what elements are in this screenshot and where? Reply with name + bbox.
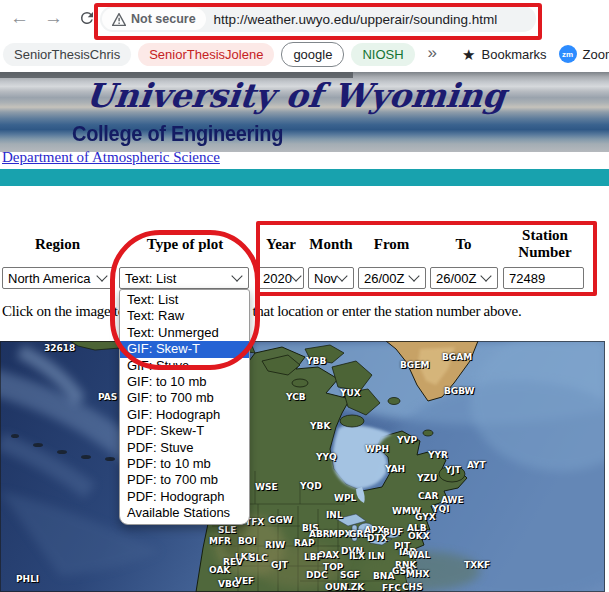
station-label[interactable]: GGW bbox=[268, 516, 293, 525]
station-label[interactable]: PHLI bbox=[16, 575, 39, 584]
bookmark-pill[interactable]: SeniorThesisJolene bbox=[138, 43, 274, 66]
station-label[interactable]: BOI bbox=[238, 537, 256, 546]
station-label[interactable]: PAS bbox=[98, 393, 117, 402]
plot-type-option[interactable]: GIF: Stuve bbox=[120, 358, 249, 374]
plot-type-option[interactable]: Available Stations bbox=[120, 505, 249, 521]
plot-type-listbox: Text: ListText: RawText: UnmergedGIF: Sk… bbox=[119, 289, 250, 525]
station-label[interactable]: DTX bbox=[367, 534, 388, 543]
overflow-chevron-icon[interactable]: » bbox=[428, 43, 437, 63]
bookmark-pills: SeniorThesisChrisSeniorThesisJolenegoogl… bbox=[3, 42, 422, 67]
station-label[interactable]: YYQ bbox=[316, 453, 337, 462]
plot-type-option[interactable]: GIF: to 700 mb bbox=[120, 390, 249, 406]
station-label[interactable]: WAL bbox=[408, 551, 430, 560]
station-label[interactable]: CAR bbox=[418, 492, 439, 501]
station-label[interactable]: BGBW bbox=[444, 387, 475, 396]
plot-type-option[interactable]: PDF: Stuve bbox=[120, 440, 249, 456]
plot-type-option[interactable]: PDF: Hodograph bbox=[120, 489, 249, 505]
station-label[interactable]: YCB bbox=[286, 393, 306, 402]
station-label[interactable]: YBB bbox=[306, 357, 326, 366]
region-header: Region bbox=[15, 236, 100, 253]
reload-icon[interactable] bbox=[78, 9, 96, 27]
station-label[interactable]: GJT bbox=[271, 561, 288, 570]
from-header: From bbox=[358, 236, 425, 253]
station-label[interactable]: YJT bbox=[445, 466, 461, 475]
station-label[interactable]: FFC bbox=[382, 584, 401, 592]
zoom-badge-icon: zm bbox=[559, 45, 577, 63]
bookmarks-manager-button[interactable]: ★ Bookmarks bbox=[462, 47, 546, 62]
security-label: Not secure bbox=[131, 12, 196, 26]
station-label[interactable]: BGEM bbox=[400, 361, 429, 370]
station-label[interactable]: SLC bbox=[249, 554, 268, 563]
station-label[interactable]: WPL bbox=[334, 494, 356, 503]
station-label[interactable]: TXKF bbox=[464, 561, 490, 570]
station-label[interactable]: YBK bbox=[310, 422, 330, 431]
year-header: Year bbox=[258, 236, 304, 253]
forward-icon[interactable]: → bbox=[44, 7, 63, 29]
station-label[interactable]: CHS bbox=[402, 583, 423, 592]
browser-window: ← → Not secure http://weather.uwyo.edu/u… bbox=[0, 0, 609, 592]
plot-type-option[interactable]: Text: Raw bbox=[120, 308, 249, 324]
station-label[interactable]: YVP bbox=[397, 436, 417, 445]
teal-divider-bar bbox=[0, 169, 609, 186]
star-icon: ★ bbox=[462, 47, 475, 62]
station-label[interactable]: LBF bbox=[304, 553, 323, 562]
plot-type-option[interactable]: GIF: to 10 mb bbox=[120, 374, 249, 390]
bookmark-pill[interactable]: SeniorThesisChris bbox=[3, 43, 131, 66]
chevron-down-icon bbox=[408, 270, 419, 281]
station-label[interactable]: YQD bbox=[300, 482, 322, 491]
station-label[interactable]: GYX bbox=[415, 513, 436, 522]
station-label[interactable]: 32618 bbox=[44, 344, 75, 353]
university-title: University of Wyoming bbox=[84, 76, 508, 115]
plot-type-header: Type of plot bbox=[125, 236, 245, 253]
station-label[interactable]: YZU bbox=[417, 474, 437, 483]
station-label[interactable]: OUN bbox=[325, 583, 348, 592]
warning-icon bbox=[112, 13, 126, 26]
plot-type-option[interactable]: PDF: Skew-T bbox=[120, 423, 249, 439]
station-label[interactable]: SLE bbox=[218, 526, 236, 535]
station-label[interactable]: DDC bbox=[306, 571, 328, 580]
address-bar[interactable]: Not secure http://weather.uwyo.edu/upper… bbox=[100, 6, 536, 32]
year-select[interactable]: 2020 bbox=[257, 267, 304, 289]
bookmarks-bar: SeniorThesisChrisSeniorThesisJolenegoogl… bbox=[0, 38, 609, 70]
station-map[interactable]: 32618PASPHLIYBBBGEMBGAMBGBWYCBYUXYBKYVPW… bbox=[0, 341, 605, 592]
station-label[interactable]: YYR bbox=[428, 451, 448, 460]
station-label[interactable]: OKX bbox=[408, 532, 430, 541]
department-link[interactable]: Department of Atmospheric Science bbox=[2, 149, 220, 166]
chevron-down-icon bbox=[96, 270, 107, 281]
station-label[interactable]: YUX bbox=[340, 389, 361, 398]
bookmark-zoom[interactable]: zm Zoom bbox=[547, 45, 609, 63]
station-label[interactable]: INL bbox=[326, 511, 343, 520]
station-label[interactable]: AYT bbox=[467, 461, 486, 470]
url-text[interactable]: http://weather.uwyo.edu/upperair/soundin… bbox=[214, 12, 498, 27]
to-select[interactable]: 26/00Z bbox=[430, 267, 498, 289]
region-select[interactable]: North America bbox=[2, 267, 114, 289]
back-icon[interactable]: ← bbox=[10, 7, 29, 29]
plot-type-option[interactable]: PDF: to 700 mb bbox=[120, 472, 249, 488]
station-number-input[interactable] bbox=[503, 267, 584, 289]
bookmark-pill[interactable]: google bbox=[281, 42, 344, 67]
plot-type-option[interactable]: PDF: to 10 mb bbox=[120, 456, 249, 472]
station-label[interactable]: ILN bbox=[368, 552, 385, 561]
plot-type-option[interactable]: GIF: Skew-T bbox=[120, 341, 249, 357]
bookmark-pill[interactable]: NIOSH bbox=[351, 43, 414, 66]
station-label[interactable]: BGAM bbox=[442, 353, 472, 362]
plot-type-option[interactable]: GIF: Hodograph bbox=[120, 407, 249, 423]
station-label[interactable]: VEF bbox=[235, 577, 254, 586]
plot-type-option[interactable]: Text: Unmerged bbox=[120, 325, 249, 341]
month-select[interactable]: Nov bbox=[308, 267, 354, 289]
station-label[interactable]: ILX bbox=[349, 552, 365, 561]
from-select[interactable]: 26/00Z bbox=[358, 267, 426, 289]
station-label[interactable]: RIW bbox=[265, 541, 285, 550]
station-label[interactable]: SGF bbox=[340, 571, 360, 580]
station-label[interactable]: RAP bbox=[294, 539, 315, 548]
station-label[interactable]: YAH bbox=[385, 465, 405, 474]
to-header: To bbox=[430, 236, 497, 253]
plot-type-select[interactable]: Text: List bbox=[119, 267, 249, 289]
station-label[interactable]: MFR bbox=[209, 537, 231, 546]
station-label[interactable]: WSE bbox=[255, 483, 278, 492]
station-label[interactable]: MHX bbox=[406, 570, 429, 579]
plot-type-option[interactable]: Text: List bbox=[120, 292, 249, 308]
security-chip[interactable]: Not secure bbox=[102, 8, 206, 30]
station-label[interactable]: WPH bbox=[365, 445, 389, 454]
station-label[interactable]: OAK bbox=[209, 566, 230, 575]
